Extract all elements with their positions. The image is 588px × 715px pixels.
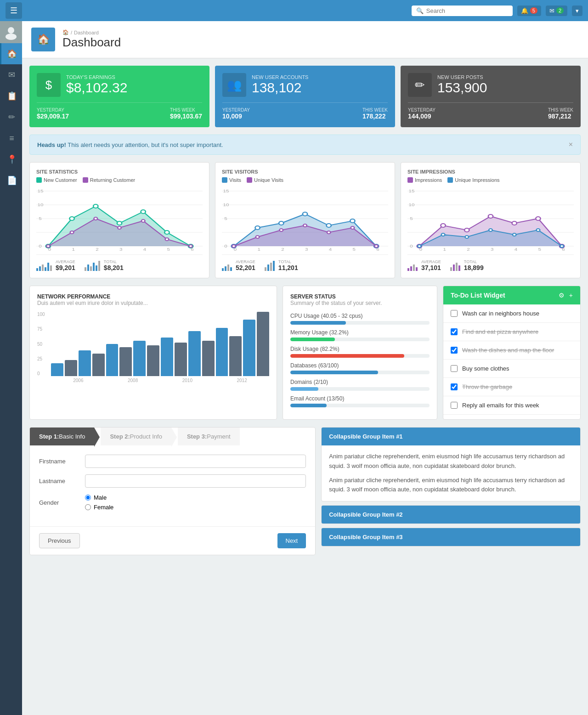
gender-female-radio[interactable]: [85, 504, 91, 510]
sidebar-item-pin[interactable]: 📍: [0, 149, 22, 170]
sidebar-item-mail[interactable]: ✉: [0, 64, 22, 85]
svg-point-52: [255, 226, 260, 230]
notifications-button[interactable]: 🔔 5: [517, 6, 541, 16]
svg-point-59: [232, 245, 236, 248]
wizard-step-3[interactable]: Step 3: Payment: [178, 428, 240, 445]
svg-point-33: [189, 245, 192, 248]
earnings-yesterday-value: $29,009.17: [37, 113, 69, 120]
svg-text:5: 5: [410, 216, 413, 221]
todo-text-5: Throw the garbage: [462, 383, 512, 390]
stat-card-posts: ✏ NEW USER POSTS 153,900 YESTERDAY 144,0…: [401, 66, 581, 127]
collapsibles-card: Collapsible Group Item #1 Anim pariatur …: [321, 427, 581, 555]
todo-add-icon[interactable]: +: [569, 292, 573, 299]
posts-week-label: THIS WEEK: [548, 107, 573, 113]
svg-point-95: [513, 233, 516, 236]
sidebar-item-home[interactable]: 🏠: [0, 43, 22, 64]
users-label: NEW USER ACCOUNTS: [252, 74, 308, 80]
todo-checkbox-6[interactable]: [451, 402, 458, 409]
gender-male-option[interactable]: Male: [85, 494, 113, 501]
alert-close-button[interactable]: ×: [569, 141, 573, 149]
svg-text:0: 0: [224, 244, 227, 248]
svg-point-21: [93, 204, 98, 208]
hamburger-button[interactable]: ☰: [6, 2, 22, 19]
todo-settings-icon[interactable]: ⚙: [559, 292, 565, 299]
collapsible-header-1[interactable]: Collapsible Group Item #1: [322, 428, 580, 445]
earnings-value: $8,102.32: [66, 80, 127, 96]
todo-checkbox-1[interactable]: [451, 310, 458, 317]
user-dropdown-button[interactable]: ▾: [572, 6, 582, 16]
svg-point-29: [94, 217, 97, 220]
posts-label: NEW USER POSTS: [437, 74, 487, 80]
svg-text:4: 4: [329, 247, 332, 252]
chart-title-statistics: SITE STATISTICS: [36, 169, 203, 175]
svg-point-86: [488, 214, 493, 218]
next-button[interactable]: Next: [277, 533, 306, 548]
todo-checkbox-2[interactable]: [451, 328, 458, 335]
collapsible-3: Collapsible Group Item #3: [321, 528, 581, 546]
svg-point-65: [374, 245, 378, 248]
layout: 🏠 ✉ 📋 ✏ ≡ 📍 📄 🏠 🏠 / Dashboard Dashboard: [0, 21, 588, 715]
svg-point-1: [6, 34, 17, 40]
svg-text:15: 15: [409, 189, 415, 193]
search-input[interactable]: [426, 7, 508, 14]
network-title: NETWORK PERFORMANCE: [37, 293, 269, 300]
svg-point-61: [279, 229, 283, 231]
breadcrumb-separator: /: [71, 30, 72, 35]
stat-cards: $ TODAY'S EARNINGS $8,102.32 YESTERDAY $…: [29, 66, 581, 127]
posts-week-value: 987,212: [548, 113, 571, 120]
gender-options: Male Female: [85, 494, 113, 511]
sidebar-item-file[interactable]: 📄: [0, 170, 22, 191]
wizard-step-1[interactable]: Step 1: Basic Info: [30, 428, 94, 445]
todo-checkbox-4[interactable]: [451, 365, 458, 372]
user-avatar[interactable]: [0, 21, 22, 43]
server-status-card: SERVER STATUS Summary of the status of y…: [283, 286, 437, 420]
svg-point-96: [537, 229, 540, 231]
sidebar: 🏠 ✉ 📋 ✏ ≡ 📍 📄: [0, 21, 22, 715]
top-nav: ☰ 🔍 🔔 5 ✉ 2 ▾: [0, 0, 588, 21]
lastname-input[interactable]: [85, 474, 306, 488]
gender-label: Gender: [39, 499, 85, 506]
svg-text:15: 15: [38, 189, 44, 193]
svg-point-64: [351, 226, 355, 229]
posts-value: 153,900: [437, 80, 487, 96]
svg-point-85: [464, 228, 469, 232]
network-performance-card: NETWORK PERFORMANCE Duis autem vel eum i…: [29, 286, 277, 420]
todo-widget: To-Do List Widget ⚙ + Wash car in neighb…: [443, 286, 581, 420]
sidebar-item-list[interactable]: ≡: [0, 128, 22, 149]
firstname-input[interactable]: [85, 455, 306, 468]
breadcrumb-current: Dashboard: [74, 30, 99, 35]
collapsible-header-2[interactable]: Collapsible Group Item #2: [322, 506, 580, 524]
form-group-gender: Gender Male Female: [39, 494, 306, 511]
svg-text:4: 4: [143, 247, 147, 252]
svg-point-60: [256, 236, 260, 238]
svg-point-53: [279, 221, 283, 225]
svg-point-31: [141, 220, 145, 222]
sidebar-item-edit[interactable]: ✏: [0, 107, 22, 128]
todo-item-3: Wash the dishes and map the floor: [443, 341, 580, 360]
wizard-steps: Step 1: Basic Info Step 2: Product Info …: [30, 428, 315, 445]
todo-checkbox-3[interactable]: [451, 347, 458, 354]
todo-text-1: Wash car in neighbors house: [462, 310, 539, 317]
svg-point-30: [118, 226, 121, 229]
gender-male-radio[interactable]: [85, 495, 91, 501]
site-visitors-chart: SITE VISITORS Visits Unique Visits 15: [215, 162, 395, 278]
collapsible-1: Collapsible Group Item #1 Anim pariatur …: [321, 427, 581, 501]
users-value: 138,102: [252, 80, 308, 96]
bell-icon: 🔔: [521, 7, 528, 14]
svg-text:5: 5: [538, 247, 541, 252]
gender-female-option[interactable]: Female: [85, 504, 113, 511]
todo-item-2: Find and eat pizza anywhere: [443, 323, 580, 341]
svg-text:3: 3: [305, 247, 308, 252]
posts-yesterday-value: 144,009: [408, 113, 431, 120]
previous-button[interactable]: Previous: [39, 533, 80, 548]
svg-text:10: 10: [409, 203, 415, 207]
svg-point-92: [441, 233, 445, 236]
svg-point-88: [536, 217, 540, 220]
wizard-card: Step 1: Basic Info Step 2: Product Info …: [29, 427, 316, 555]
todo-actions: ⚙ +: [559, 292, 573, 299]
collapsible-header-3[interactable]: Collapsible Group Item #3: [322, 528, 580, 546]
mail-button[interactable]: ✉ 2: [546, 6, 567, 16]
sidebar-item-briefcase[interactable]: 📋: [0, 85, 22, 107]
todo-checkbox-5[interactable]: [451, 383, 458, 390]
wizard-step-2[interactable]: Step 2: Product Info: [101, 428, 171, 445]
